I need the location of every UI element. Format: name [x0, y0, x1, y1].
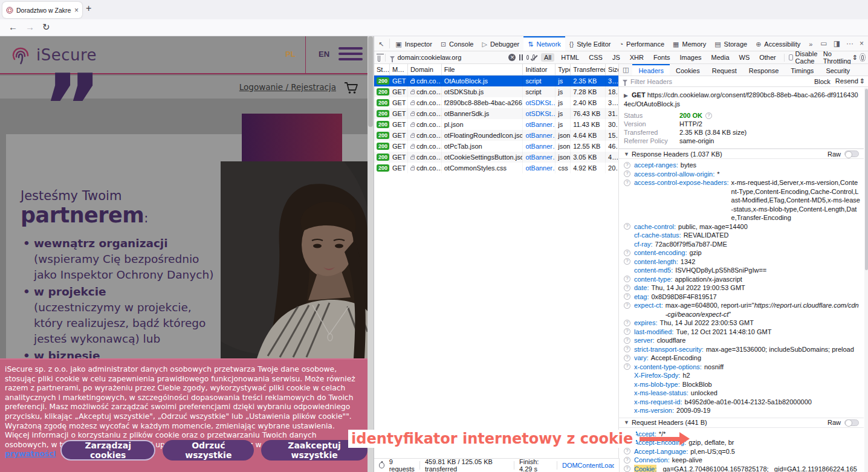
cart-icon[interactable]	[343, 80, 359, 95]
request-row[interactable]: 200GETcdn.co…OtAutoBlock.jsscriptjs2.35 …	[374, 76, 618, 86]
network-settings-gear-icon[interactable]	[861, 55, 864, 60]
help-icon[interactable]: ?	[624, 293, 630, 300]
help-icon[interactable]: ?	[624, 465, 630, 472]
split-pane-toggle-icon[interactable]: ◫	[619, 64, 632, 76]
tab-storage[interactable]: ▤Storage	[710, 36, 751, 51]
dock-side-icon[interactable]: ◨	[834, 39, 840, 48]
help-icon[interactable]: ?	[624, 363, 630, 370]
raw-toggle[interactable]	[844, 150, 859, 157]
response-header-row[interactable]: x-ms-lease-status:unlocked	[624, 389, 860, 398]
request-url-line[interactable]: ▶ GET https://cdn.cookielaw.org/consent/…	[624, 91, 859, 108]
response-header-row[interactable]: ?etag:0x8D98D8F4F819517	[624, 293, 860, 302]
response-header-row[interactable]: ?server:cloudflare	[624, 336, 860, 345]
filter-pill-all[interactable]: All	[541, 53, 554, 62]
help-icon[interactable]: ?	[624, 223, 630, 230]
initiator-cell[interactable]: otBanner…	[523, 141, 555, 152]
help-icon[interactable]: ?	[624, 162, 630, 169]
help-icon[interactable]: ?	[624, 457, 630, 464]
devtools-menu-icon[interactable]: ···	[846, 39, 853, 48]
help-icon[interactable]: ?	[624, 276, 630, 282]
page-scrollbar-thumb[interactable]	[368, 36, 373, 127]
response-header-row[interactable]: x-ms-blob-type:BlockBlob	[624, 380, 860, 389]
responsive-mode-icon[interactable]: ▭	[820, 39, 827, 48]
expand-triangle-icon[interactable]: ▶	[624, 92, 628, 99]
tab-network[interactable]: ⇅Network	[523, 36, 565, 51]
response-header-row[interactable]: ?vary:Accept-Encoding	[624, 354, 860, 363]
tab-style-editor[interactable]: {}Style Editor	[565, 36, 615, 51]
headers-scroll-area[interactable]: ▶ GET https://cdn.cookielaw.org/consent/…	[619, 88, 864, 472]
column-header-Transferred[interactable]: Transferred	[571, 64, 606, 75]
tab-performance[interactable]: ◔Performance	[615, 36, 669, 51]
response-headers-section[interactable]: ▼ Response Headers (1.037 KB) Raw	[619, 149, 864, 159]
initiator-cell[interactable]: otSDKSt…	[523, 97, 555, 108]
initiator-cell[interactable]: otBanner…	[523, 130, 555, 141]
raw-toggle[interactable]	[844, 419, 859, 426]
page-scrollbar[interactable]	[368, 36, 374, 472]
response-header-row[interactable]: ?access-control-expose-headers:x-ms-requ…	[624, 178, 860, 222]
filter-pill-ws[interactable]: WS	[736, 53, 753, 62]
response-header-row[interactable]: ?content-length:1342	[624, 257, 860, 267]
column-header-Type[interactable]: Type	[555, 64, 571, 75]
request-row[interactable]: 200GETcdn.co…otCommonStyles.cssotBanner……	[374, 163, 618, 173]
response-header-row[interactable]: X-Firefox-Spdy:h2	[624, 371, 860, 380]
request-row[interactable]: 200GETcdn.co…otCookieSettingsButton.json…	[374, 152, 618, 163]
help-icon[interactable]: ?	[624, 448, 630, 454]
network-filter-input[interactable]	[397, 54, 506, 61]
manage-cookies-button[interactable]: Zarządzaj cookies	[60, 440, 155, 461]
help-icon[interactable]: ?	[705, 112, 712, 119]
response-header-row[interactable]: content-md5:ISVHQDp8yLpS5h8SniPgIw==	[624, 266, 860, 275]
request-row[interactable]: 200GETcdn.co…otFloatingRoundedIcon.jsono…	[374, 130, 618, 141]
request-row[interactable]: 200GETcdn.co…otBannerSdk.jsotSDKSt…js76.…	[374, 108, 618, 119]
filter-pill-xhr[interactable]: XHR	[627, 53, 647, 62]
column-header-M[interactable]: M…	[390, 64, 408, 75]
details-tab-security[interactable]: Security	[820, 64, 856, 76]
details-tab-headers[interactable]: Headers	[632, 64, 670, 76]
filter-pill-js[interactable]: JS	[609, 53, 623, 62]
tab-debugger[interactable]: ▷Debugger	[478, 36, 523, 51]
filter-pill-fonts[interactable]: Fonts	[650, 53, 673, 62]
block-button[interactable]: Block	[814, 78, 831, 85]
help-icon[interactable]: ?	[624, 355, 630, 361]
reject-all-button[interactable]: Odrzuć wszystkie	[163, 440, 254, 461]
help-icon[interactable]: ?	[624, 346, 630, 352]
help-icon[interactable]: ?	[624, 302, 630, 309]
response-header-row[interactable]: ?expect-ct:max-age=604800, report-uri="h…	[624, 301, 860, 318]
tab-close-icon[interactable]: ×	[74, 6, 79, 15]
initiator-cell[interactable]: otBanner…	[523, 163, 555, 173]
column-header-Initiator[interactable]: Initiator	[523, 64, 555, 75]
tab-inspector[interactable]: ▣Inspector	[391, 36, 436, 51]
pick-element-button[interactable]: ↖	[374, 36, 388, 51]
help-icon[interactable]: ?	[624, 250, 630, 256]
initiator-cell[interactable]: otBanner…	[523, 152, 555, 163]
request-row[interactable]: 200GETcdn.co…pl.jsonotBanner…js11.43 KB3…	[374, 119, 618, 130]
request-row[interactable]: 200GETcdn.co…f2890bc8-88eb-4bac-a266-df9…	[374, 97, 618, 108]
column-header-St[interactable]: St…	[374, 64, 390, 75]
block-url-icon[interactable]	[533, 54, 535, 60]
request-row[interactable]: 200GETcdn.co…otPcTab.jsonotBanner…json12…	[374, 141, 618, 152]
details-tab-request[interactable]: Request	[706, 64, 743, 76]
response-header-row[interactable]: cf-cache-status:REVALIDATED	[624, 231, 860, 240]
pause-traffic-icon[interactable]	[519, 54, 522, 60]
tab-accessibility[interactable]: ⊕Accessibility	[751, 36, 805, 51]
response-header-row[interactable]: ?content-encoding:gzip	[624, 248, 860, 257]
initiator-cell[interactable]: otSDKSt…	[523, 108, 555, 119]
filter-pill-media[interactable]: Media	[708, 53, 733, 62]
lang-pl-button[interactable]: PL	[285, 50, 296, 59]
response-header-row[interactable]: ?accept-ranges:bytes	[624, 161, 860, 170]
search-icon[interactable]	[526, 55, 529, 60]
response-header-row[interactable]: ?cache-control:public, max-age=14400	[624, 222, 860, 231]
help-icon[interactable]: ?	[624, 258, 630, 265]
response-header-row[interactable]: cf-ray:72ac80f79f5a7b87-DME	[624, 240, 860, 249]
details-scrollbar[interactable]	[864, 88, 868, 472]
disable-cache-checkbox[interactable]	[789, 54, 793, 60]
column-header-Size[interactable]: Size	[606, 64, 618, 75]
new-tab-button[interactable]: +	[86, 3, 91, 14]
request-header-row[interactable]: ?Cookie:_ga=GA1.2.704861004.1657825178; …	[624, 465, 860, 472]
response-header-row[interactable]: ?strict-transport-security:max-age=31536…	[624, 345, 860, 354]
initiator-cell[interactable]: otBanner…	[523, 119, 555, 130]
response-header-row[interactable]: ?date:Thu, 14 Jul 2022 19:00:53 GMT	[624, 283, 860, 293]
resend-button[interactable]: Resend ⇕	[835, 77, 865, 85]
filter-pill-images[interactable]: Images	[676, 53, 704, 62]
network-table-header[interactable]: St…M…DomainFileInitiatorTypeTransferredS…	[374, 64, 618, 76]
clear-filter-icon[interactable]: ✕	[508, 54, 516, 61]
